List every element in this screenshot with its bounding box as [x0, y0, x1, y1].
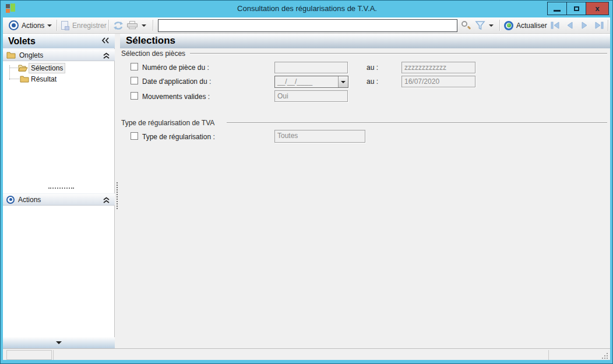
select-dropdown-button[interactable]: [338, 76, 348, 87]
section-header-onglets[interactable]: Onglets: [3, 49, 115, 61]
print-button[interactable]: [127, 17, 138, 33]
date-application-au-input[interactable]: 16/07/2020: [401, 76, 475, 87]
group-divider: [227, 122, 607, 123]
nav-first-icon: [550, 21, 560, 30]
type-regularisation-input[interactable]: Toutes: [274, 130, 365, 143]
window-controls: x: [547, 2, 609, 15]
filter-button[interactable]: [475, 17, 485, 33]
field-label: au :: [367, 63, 378, 72]
group-divider: [190, 53, 607, 54]
magnifier-icon: [461, 20, 471, 30]
collapse-section-button[interactable]: [103, 197, 110, 206]
group-title-pieces: Sélection des pièces: [121, 50, 185, 58]
numero-piece-du-input[interactable]: [274, 62, 348, 73]
minimize-icon: [554, 10, 561, 12]
main-panel: Sélections Sélection des pièces Numéro d…: [120, 34, 611, 348]
folder-icon: [6, 51, 16, 59]
print-icon: [127, 21, 138, 30]
collapse-section-button[interactable]: [103, 52, 110, 61]
field-label: Type de régularisation :: [142, 133, 215, 141]
folder-open-icon: [18, 64, 29, 72]
app-window: Consultation des régularisations de T.V.…: [0, 0, 613, 364]
minimize-button[interactable]: [548, 2, 567, 15]
tree-item-label: Résultat: [29, 75, 58, 84]
status-separator: [548, 350, 549, 360]
toolbar-separator: [608, 20, 608, 31]
toolbar-separator: [153, 20, 153, 31]
bullseye-icon: [9, 20, 19, 30]
collapse-sidebar-button[interactable]: [101, 37, 110, 45]
chevron-down-icon: [47, 24, 52, 27]
status-cell: [6, 350, 52, 360]
tree-item-resultat[interactable]: Résultat: [20, 74, 58, 84]
sidebar-header: Volets: [3, 34, 115, 48]
toolbar-separator: [57, 20, 57, 31]
numero-piece-au-input[interactable]: zzzzzzzzzzzz: [401, 62, 475, 73]
print-options-button[interactable]: [142, 17, 146, 33]
filter-options-button[interactable]: [489, 17, 494, 33]
panel-splitter-handle[interactable]: [117, 182, 118, 209]
refresh-icon: [113, 21, 124, 30]
chevron-double-up-icon: [103, 52, 110, 59]
window-title: Consultation des régularisations de T.V.…: [1, 4, 613, 13]
field-label: Mouvements valides :: [142, 93, 210, 101]
close-icon: x: [595, 4, 599, 13]
search-button[interactable]: [461, 17, 471, 33]
actualiser-icon: [504, 21, 513, 30]
sidebar-splitter-handle[interactable]: [48, 188, 74, 189]
nav-next-icon: [580, 21, 589, 30]
refresh-data-label: Actualiser: [516, 22, 547, 30]
tree-item-selections[interactable]: Sélections: [18, 63, 65, 73]
refresh-data-button[interactable]: Actualiser: [504, 17, 547, 33]
nav-first-button[interactable]: [550, 17, 560, 33]
tree-guide: [9, 79, 19, 79]
actions-menu-label: Actions: [22, 22, 44, 30]
chevron-down-icon: [142, 24, 146, 27]
maximize-button[interactable]: [567, 2, 586, 15]
save-icon: [61, 21, 69, 30]
toolbar-separator: [499, 20, 500, 31]
date-application-du-select[interactable]: __/__/____: [274, 76, 348, 88]
nav-last-icon: [594, 21, 604, 30]
page-header: Sélections: [120, 34, 611, 48]
nav-prev-button[interactable]: [565, 17, 574, 33]
field-label: au :: [367, 77, 378, 86]
search-box: [158, 19, 457, 32]
checkbox-type-regularisation[interactable]: [131, 132, 138, 140]
section-label: Actions: [18, 196, 41, 204]
checkbox-numero-piece[interactable]: [131, 63, 138, 70]
chevron-down-icon: [341, 81, 346, 83]
sidebar-footer[interactable]: [3, 337, 115, 348]
window-frame-left: [1, 1, 3, 364]
mouvements-valides-input[interactable]: Oui: [274, 90, 348, 102]
group-title-type-tva: Type de régularisation de TVA: [121, 119, 214, 127]
field-label: Numéro de pièce du :: [142, 63, 209, 72]
resize-grip[interactable]: [601, 352, 608, 359]
save-button-label: Enregistrer: [72, 22, 107, 30]
sidebar-title: Volets: [8, 36, 36, 47]
title-bar[interactable]: Consultation des régularisations de T.V.…: [1, 1, 613, 17]
bullseye-icon: [6, 196, 15, 204]
toolbar: Actions Enregistrer: [3, 17, 611, 34]
chevron-double-left-icon: [101, 37, 110, 44]
nav-last-button[interactable]: [594, 17, 604, 33]
chevron-down-icon: [489, 24, 494, 27]
tree-item-label: Sélections: [29, 63, 65, 73]
window-frame-bottom: [1, 360, 613, 363]
nav-next-button[interactable]: [580, 17, 589, 33]
window-frame-right: [610, 1, 612, 364]
search-input[interactable]: [160, 20, 456, 31]
refresh-button[interactable]: [113, 17, 124, 33]
nav-prev-icon: [565, 21, 574, 30]
sidebar: Volets Onglets: [3, 34, 115, 348]
status-bar: [3, 348, 611, 361]
tree-guide: [9, 68, 17, 68]
save-button[interactable]: Enregistrer: [61, 17, 107, 33]
actions-menu-button[interactable]: Actions: [9, 17, 52, 33]
field-label: Date d'application du :: [142, 77, 211, 86]
close-button[interactable]: x: [586, 2, 608, 15]
checkbox-date-application[interactable]: [131, 77, 138, 84]
section-header-actions[interactable]: Actions: [3, 193, 115, 206]
checkbox-mouvements-valides[interactable]: [131, 92, 138, 100]
page-title: Sélections: [126, 35, 611, 47]
